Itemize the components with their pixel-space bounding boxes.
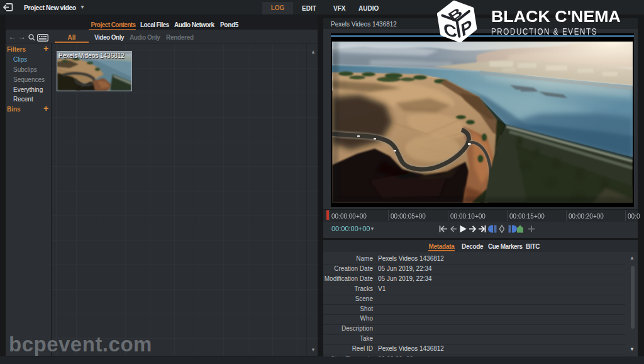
svg-text:PRODUCTION & EVENTS: PRODUCTION & EVENTS [491,26,597,37]
svg-text:BLACK C'NEMA: BLACK C'NEMA [491,7,621,26]
